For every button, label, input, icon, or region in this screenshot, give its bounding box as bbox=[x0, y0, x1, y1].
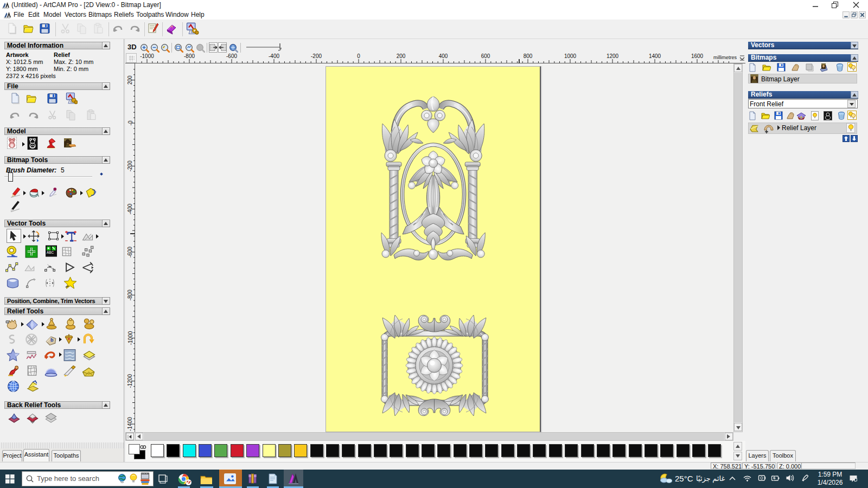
svg-text:200: 200 bbox=[397, 53, 406, 59]
svg-text:-800: -800 bbox=[127, 290, 133, 300]
svg-text:-200: -200 bbox=[127, 160, 133, 171]
svg-text:-1400: -1400 bbox=[127, 417, 133, 431]
svg-text:1200: 1200 bbox=[607, 53, 619, 59]
svg-text:-200: -200 bbox=[311, 53, 322, 59]
svg-text:0: 0 bbox=[357, 53, 360, 59]
svg-text:-1000: -1000 bbox=[140, 53, 154, 59]
svg-text:1400: 1400 bbox=[649, 53, 661, 59]
svg-text:-800: -800 bbox=[184, 53, 195, 59]
svg-text:b: b bbox=[50, 337, 54, 343]
svg-text:ABC: ABC bbox=[47, 251, 54, 254]
svg-text:-400: -400 bbox=[127, 203, 133, 214]
svg-text:-600: -600 bbox=[226, 53, 237, 59]
svg-text:400: 400 bbox=[439, 53, 448, 59]
svg-text:200: 200 bbox=[127, 75, 133, 85]
svg-text:-1000: -1000 bbox=[127, 331, 133, 345]
svg-text:-1200: -1200 bbox=[127, 374, 133, 388]
svg-text:1600: 1600 bbox=[691, 53, 704, 59]
svg-text:800: 800 bbox=[524, 53, 533, 59]
svg-text:1000: 1000 bbox=[564, 53, 577, 59]
svg-text:-400: -400 bbox=[269, 53, 279, 59]
svg-text:-600: -600 bbox=[127, 246, 133, 257]
svg-text:600: 600 bbox=[481, 53, 490, 59]
svg-text:-0: -0 bbox=[127, 120, 133, 125]
